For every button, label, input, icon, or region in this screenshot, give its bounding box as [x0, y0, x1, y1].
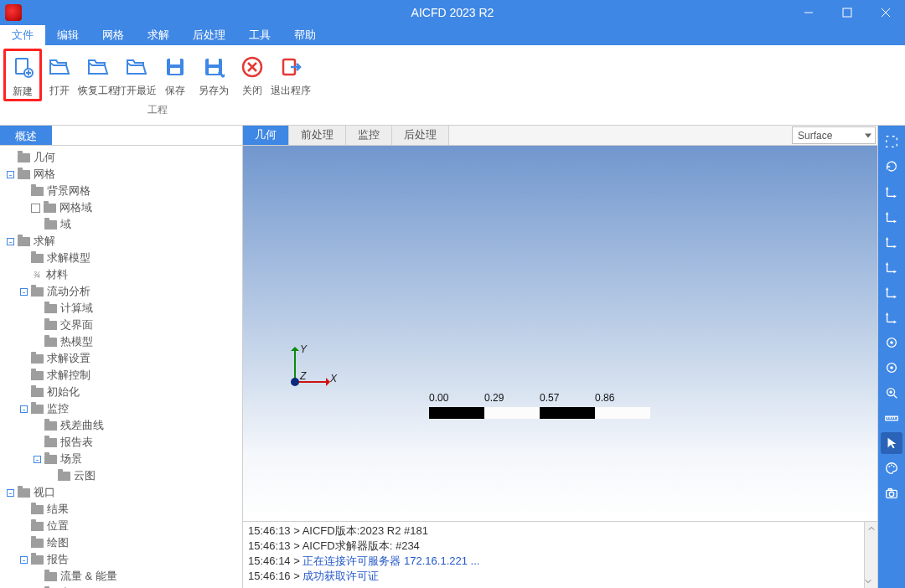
- tree-node-label: 域: [60, 217, 71, 232]
- axis-x-button[interactable]: [881, 256, 902, 278]
- new-label: 新建: [13, 85, 33, 99]
- tree-toggle-icon[interactable]: -: [7, 238, 14, 245]
- menu-item-3[interactable]: 求解: [136, 25, 181, 45]
- view-tab-1[interactable]: 前处理: [289, 126, 346, 145]
- log-panel[interactable]: 15:46:13 > AICFD版本:2023 R2 #18115:46:13 …: [243, 521, 877, 588]
- project-tree[interactable]: 几何-网格背景网格网格域域-求解求解模型¾材料-流动分析计算域交界面热模型求解设…: [0, 146, 242, 588]
- axis-xz-button[interactable]: [881, 206, 902, 228]
- folder-icon: [31, 505, 44, 514]
- zoom-area-button[interactable]: [881, 382, 902, 404]
- svg-point-46: [891, 465, 892, 467]
- axis-yz-button[interactable]: [881, 231, 902, 253]
- save-button[interactable]: 保存: [156, 50, 194, 100]
- view-tab-0[interactable]: 几何: [243, 126, 289, 145]
- tree-tab-overview[interactable]: 概述: [0, 126, 52, 145]
- restore-button[interactable]: 恢复工程: [79, 50, 117, 100]
- tree-node[interactable]: 结果: [0, 501, 242, 518]
- tree-node[interactable]: 位置: [0, 518, 242, 534]
- tree-node-label: 流动分析: [47, 284, 90, 299]
- exit-button[interactable]: 退出程序: [272, 50, 310, 100]
- tree-node[interactable]: 网格域: [0, 199, 242, 216]
- tree-node[interactable]: 绘图: [0, 534, 242, 551]
- tree-node[interactable]: -场景: [0, 451, 242, 467]
- tree-node[interactable]: 几何: [0, 149, 242, 166]
- tree-node[interactable]: 背景网格: [0, 183, 242, 199]
- close-button[interactable]: 关闭: [233, 50, 272, 100]
- ruler-button[interactable]: [881, 407, 902, 429]
- menu-item-4[interactable]: 后处理: [181, 25, 237, 45]
- title-bar: AICFD 2023 R2: [0, 0, 905, 25]
- tree-node[interactable]: 求解设置: [0, 350, 242, 367]
- axis-xy-button[interactable]: [881, 181, 902, 203]
- folder-icon: [31, 405, 44, 414]
- fit-button[interactable]: [881, 131, 902, 152]
- view-tab-3[interactable]: 后处理: [392, 126, 449, 145]
- tree-node[interactable]: 计算域: [0, 300, 242, 317]
- tree-node[interactable]: 报告表: [0, 434, 242, 451]
- menu-item-6[interactable]: 帮助: [282, 25, 328, 45]
- tree-node[interactable]: 流量 & 能量: [0, 568, 242, 585]
- tree-toggle-icon[interactable]: -: [34, 456, 41, 463]
- tree-node[interactable]: -报告: [0, 551, 242, 568]
- scroll-up-button[interactable]: [865, 522, 877, 535]
- tree-toggle-icon[interactable]: -: [20, 405, 28, 413]
- refresh-button[interactable]: [881, 156, 902, 178]
- tree-node-label: 计算域: [60, 301, 93, 316]
- tree-node[interactable]: -监控: [0, 400, 242, 417]
- tree-toggle-icon[interactable]: -: [20, 288, 28, 296]
- scroll-down-button[interactable]: [865, 575, 871, 588]
- view-a-button[interactable]: [881, 332, 902, 353]
- tree-node[interactable]: 残差曲线: [0, 417, 242, 434]
- tree-node[interactable]: 域: [0, 216, 242, 233]
- folder-icon: [31, 388, 44, 397]
- camera-button[interactable]: [881, 482, 902, 504]
- tree-node[interactable]: -视口: [0, 484, 242, 501]
- axis-y-button[interactable]: [881, 281, 902, 303]
- folder-icon: [44, 455, 57, 464]
- menu-item-2[interactable]: 网格: [90, 25, 136, 45]
- folder-icon: [31, 187, 44, 196]
- tree-node[interactable]: 求解控制: [0, 367, 242, 384]
- tree-node[interactable]: 求解模型: [0, 250, 242, 266]
- minimize-button[interactable]: [789, 0, 828, 25]
- tree-node[interactable]: -网格: [0, 166, 242, 183]
- tree-node[interactable]: 力: [0, 585, 242, 588]
- axis-z-button[interactable]: [881, 307, 902, 328]
- viewport-3d[interactable]: Y X Z 0.000.290.570.86: [243, 146, 877, 521]
- tree-toggle-icon[interactable]: -: [7, 171, 14, 178]
- log-scrollbar[interactable]: [864, 522, 877, 588]
- open-button[interactable]: 打开: [40, 50, 79, 100]
- tree-node[interactable]: 交界面: [0, 317, 242, 333]
- svg-point-45: [888, 466, 890, 467]
- view-tab-2[interactable]: 监控: [346, 126, 392, 145]
- cursor-button[interactable]: [881, 432, 902, 454]
- tree-node[interactable]: ¾材料: [0, 266, 242, 283]
- tree-node-label: 网格域: [59, 200, 92, 215]
- save-as-label: 另存为: [199, 84, 229, 98]
- render-mode-select[interactable]: Surface: [792, 126, 876, 144]
- tree-node[interactable]: 云图: [0, 467, 242, 484]
- maximize-button[interactable]: [828, 0, 866, 25]
- menu-item-1[interactable]: 编辑: [45, 25, 90, 45]
- material-icon: ¾: [31, 269, 43, 281]
- tree-node[interactable]: 热模型: [0, 333, 242, 350]
- new-button[interactable]: 新建: [3, 49, 42, 101]
- tree-node[interactable]: -求解: [0, 233, 242, 250]
- close-label: 关闭: [242, 84, 262, 98]
- save-as-button[interactable]: 另存为: [194, 50, 233, 100]
- log-line: 15:46:13 > AICFD版本:2023 R2 #181: [248, 524, 872, 539]
- open-recent-button[interactable]: 打开最近: [117, 50, 156, 100]
- tree-toggle-icon[interactable]: -: [20, 556, 28, 564]
- view-b-button[interactable]: [881, 357, 902, 379]
- menu-item-5[interactable]: 工具: [237, 25, 282, 45]
- tree-node[interactable]: 初始化: [0, 384, 242, 400]
- scale-tick: 0.29: [484, 392, 540, 404]
- checkbox-icon[interactable]: [31, 204, 40, 213]
- tree-node[interactable]: -流动分析: [0, 283, 242, 300]
- close-button[interactable]: [866, 0, 905, 25]
- menu-item-0[interactable]: 文件: [0, 25, 45, 45]
- tree-node-label: 网格: [34, 167, 55, 182]
- tree-node-label: 初始化: [47, 384, 80, 400]
- tree-toggle-icon[interactable]: -: [7, 489, 14, 497]
- palette-button[interactable]: [881, 457, 902, 479]
